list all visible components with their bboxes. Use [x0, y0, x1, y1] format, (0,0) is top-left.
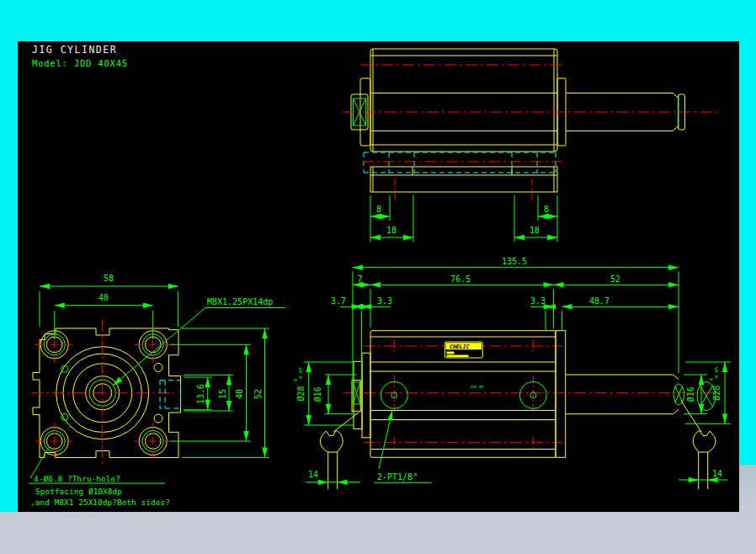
- dim-40-vertical: 40: [235, 389, 244, 399]
- dim-3-7: 3.7: [331, 296, 346, 306]
- dim-8-left: 8: [376, 205, 381, 214]
- dim-13-6: 13.6: [196, 384, 205, 404]
- svg-text:-0.05: -0.05: [715, 367, 720, 381]
- dim-14-right: 14: [712, 469, 722, 478]
- thread-callout: M8X1.25PX14dp: [207, 297, 273, 306]
- dim-8-right: 8: [544, 205, 549, 214]
- body-engraving: JDD 40: [469, 385, 484, 389]
- drawing-model: Model: JDD 40X45: [32, 58, 128, 68]
- brand-plate-text: CHELIC: [450, 344, 470, 350]
- dim-48-7: 48.7: [589, 296, 610, 306]
- cad-drawing-window: JIG CYLINDER Model: JDD 40X45: [0, 0, 756, 554]
- dim-76-5: 76.5: [450, 274, 471, 284]
- dim-52-vertical: 52: [253, 389, 263, 399]
- dim-3-3-right: 3.3: [530, 296, 546, 306]
- svg-text:Ø28: Ø28: [296, 386, 306, 401]
- note-line-3: ,and M8X1 25X10dp?Both sides?: [30, 498, 170, 507]
- dim-7: 7: [358, 274, 363, 284]
- dim-14-left: 14: [308, 470, 318, 479]
- dim-3-3-left: 3.3: [377, 296, 392, 306]
- note-line-1: 4-Ø6.8 ?Thru-hole?: [34, 474, 120, 483]
- note-line-2: Spotfacing Ø10X8dp: [35, 487, 122, 496]
- dim-135-5: 135.5: [502, 257, 527, 266]
- port-callout: 2-PT1/8": [377, 472, 418, 482]
- dim-dia16-right: Ø16: [686, 386, 695, 402]
- svg-text:Ø28: Ø28: [713, 386, 722, 401]
- dim-dia16-left: Ø16: [313, 386, 322, 402]
- svg-text:0: 0: [293, 379, 298, 381]
- drawing-canvas: [18, 41, 739, 512]
- drawing-title: JIG CYLINDER: [32, 44, 117, 56]
- svg-text:0: 0: [709, 378, 714, 381]
- dim-52: 52: [610, 274, 620, 284]
- dim-15: 15: [218, 389, 227, 399]
- svg-text:-0.05: -0.05: [298, 367, 303, 381]
- frame-corner: [739, 465, 756, 512]
- dim-18-right: 18: [530, 226, 540, 235]
- dim-40: 40: [98, 293, 109, 302]
- dim-58: 58: [104, 274, 114, 283]
- dim-18-left: 18: [386, 226, 397, 235]
